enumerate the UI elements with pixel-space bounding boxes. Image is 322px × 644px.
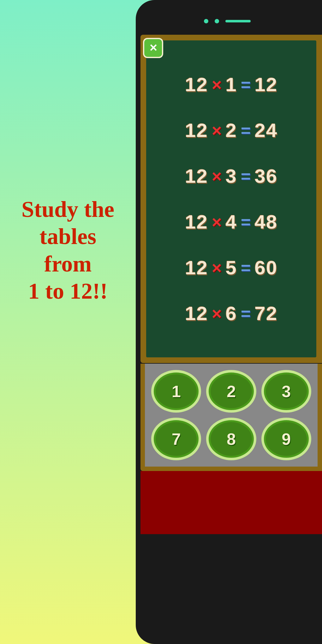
eq5-result: 60 <box>254 256 277 279</box>
eq6-b: 6 <box>225 302 237 325</box>
eq2-b: 2 <box>225 119 237 141</box>
eq5-equals: = <box>241 258 251 277</box>
eq5-b: 5 <box>225 256 237 279</box>
num-btn-8-label: 8 <box>227 430 236 449</box>
equation-row-5: 12 × 5 = 60 <box>152 256 310 279</box>
promo-text-content: Study the tables from 1 to 12!! <box>6 196 129 305</box>
eq2-a: 12 <box>185 119 208 141</box>
eq1-equals: = <box>241 75 251 94</box>
num-btn-8[interactable]: 8 <box>206 418 256 460</box>
eq1-result: 12 <box>254 73 277 96</box>
num-btn-3-label: 3 <box>282 382 291 401</box>
eq3-equals: = <box>241 166 251 186</box>
text-line4: 1 to 12!! <box>28 278 108 304</box>
equation-row-2: 12 × 2 = 24 <box>152 119 310 141</box>
camera-dot <box>204 19 208 23</box>
eq4-result: 48 <box>254 211 277 233</box>
eq3-a: 12 <box>185 165 208 187</box>
chalkboard-inner: ✕ 12 × 1 = 12 12 × 2 = 24 12 × 3 = 36 12… <box>146 40 316 357</box>
eq2-equals: = <box>241 121 251 140</box>
eq1-times: × <box>212 75 222 94</box>
eq3-b: 3 <box>225 165 237 187</box>
eq1-a: 12 <box>185 73 208 96</box>
text-line3: from <box>44 251 92 277</box>
eq1-b: 1 <box>225 73 237 96</box>
number-panel: 1 2 3 7 8 9 <box>140 364 322 471</box>
eq4-b: 4 <box>225 211 237 233</box>
eq3-times: × <box>212 166 222 186</box>
eq6-result: 72 <box>254 302 277 325</box>
chalkboard-container: ✕ 12 × 1 = 12 12 × 2 = 24 12 × 3 = 36 12… <box>140 35 322 363</box>
close-icon: ✕ <box>149 42 158 54</box>
eq4-times: × <box>212 212 222 232</box>
num-btn-7[interactable]: 7 <box>151 418 201 460</box>
eq4-a: 12 <box>185 211 208 233</box>
num-btn-7-label: 7 <box>172 430 181 449</box>
eq5-a: 12 <box>185 256 208 279</box>
text-line1: Study the <box>21 197 114 222</box>
eq2-times: × <box>212 121 222 140</box>
eq5-times: × <box>212 258 222 277</box>
text-line2: tables <box>39 224 96 249</box>
num-btn-2[interactable]: 2 <box>206 370 256 413</box>
eq6-a: 12 <box>185 302 208 325</box>
status-bar <box>139 19 316 23</box>
eq2-result: 24 <box>254 119 277 141</box>
num-btn-3[interactable]: 3 <box>261 370 311 413</box>
num-btn-9-label: 9 <box>282 430 291 449</box>
eq6-times: × <box>212 304 222 323</box>
equation-row-1: 12 × 1 = 12 <box>152 73 310 96</box>
num-btn-1[interactable]: 1 <box>151 370 201 413</box>
num-btn-9[interactable]: 9 <box>261 418 311 460</box>
sensor-dot <box>215 19 219 23</box>
eq4-equals: = <box>241 212 251 232</box>
equation-row-3: 12 × 3 = 36 <box>152 165 310 187</box>
num-btn-1-label: 1 <box>172 382 181 401</box>
num-btn-2-label: 2 <box>227 382 236 401</box>
red-bottom-decoration <box>140 471 322 534</box>
status-pill <box>225 20 251 22</box>
promo-text: Study the tables from 1 to 12!! <box>0 189 136 311</box>
equation-row-4: 12 × 4 = 48 <box>152 211 310 233</box>
close-button[interactable]: ✕ <box>143 38 163 58</box>
equation-row-6: 12 × 6 = 72 <box>152 302 310 325</box>
eq6-equals: = <box>241 304 251 323</box>
eq3-result: 36 <box>254 165 277 187</box>
